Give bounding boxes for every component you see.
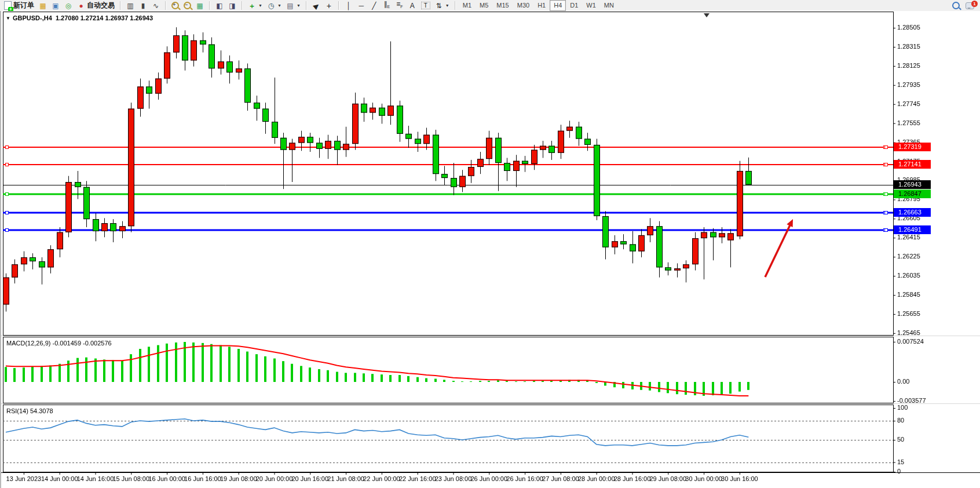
signals-button[interactable]: ◎ (62, 1, 75, 11)
arrows-icon: ⇅ (435, 2, 443, 10)
tile-windows-button[interactable]: ▦ (193, 1, 206, 11)
charts-profile-button[interactable]: ▦ (36, 1, 49, 11)
text-label-icon: T (421, 2, 430, 9)
cursor-button[interactable]: ▶ (310, 1, 323, 11)
indicators-button[interactable]: ▤▼ (284, 1, 303, 11)
mt4-application-window: { "toolbar": { "groups": [ {"items":[ {"… (0, 0, 980, 488)
cursor-icon: ▶ (310, 0, 322, 11)
vertical-line-button[interactable]: │ (342, 1, 355, 11)
toolbar-separator (120, 1, 121, 10)
new-chart-icon: ＋ (248, 2, 256, 10)
toolbar-separator (242, 1, 243, 10)
auto-scroll-button[interactable]: ◨ (226, 1, 239, 11)
macd-indicator-label: MACD(12,26,9) -0.001459 -0.002576 (6, 340, 112, 347)
trendline-button[interactable]: ╱ (368, 1, 381, 11)
toolbar-separator (338, 1, 339, 10)
text-label-button[interactable]: T (419, 1, 433, 11)
bar-chart-icon: ▥ (126, 2, 134, 10)
line-chart-icon: ∿ (152, 2, 160, 10)
dropdown-caret-icon: ▼ (297, 3, 301, 8)
price-chart-canvas[interactable] (1, 11, 980, 488)
dropdown-caret-icon: ▼ (277, 3, 281, 8)
channel-icon: ∥E (383, 0, 391, 11)
period-button[interactable]: ◷▼ (265, 1, 284, 11)
charts-profile-icon: ▦ (39, 2, 47, 10)
arrange-charts-button[interactable]: ◧ (213, 1, 226, 11)
zoom-out-icon: − (184, 2, 191, 9)
dropdown-caret-icon: ▼ (258, 3, 262, 8)
arrange-charts-icon: ◧ (215, 2, 224, 10)
timeframe-w1-button[interactable]: W1 (582, 0, 600, 11)
text-icon: A (408, 2, 416, 10)
zoom-in-icon: + (171, 2, 179, 9)
trendline-icon: ╱ (370, 2, 378, 10)
bar-chart-button[interactable]: ▥ (124, 1, 137, 11)
tile-windows-icon: ▦ (196, 2, 204, 10)
new-order-icon (4, 1, 12, 10)
timeframe-m1-button[interactable]: M1 (459, 0, 476, 11)
timeframe-m15-button[interactable]: M15 (492, 0, 513, 11)
search-icon[interactable] (952, 2, 960, 9)
timeframe-m30-button[interactable]: M30 (513, 0, 533, 11)
timeframe-d1-button[interactable]: D1 (566, 0, 582, 11)
timeframe-group: M1M5M15M30H1H4D1W1MN (457, 0, 620, 11)
main-toolbar: 新订单▦▣◎●自动交易▥▮∿+−▦◧◨＋▼◷▼▤▼▶+│─╱∥E≡FAT⇅▼M1… (0, 0, 980, 12)
zoom-out-button[interactable]: − (181, 1, 193, 11)
equidistant-channel-button[interactable]: ∥E (381, 1, 393, 11)
candlestick-chart-button[interactable]: ▮ (137, 1, 149, 11)
fibonacci-icon: ≡F (396, 0, 404, 11)
arrows-button[interactable]: ⇅▼ (433, 1, 452, 11)
toolbar-separator (165, 1, 166, 10)
timeframe-h4-button[interactable]: H4 (550, 0, 566, 11)
chart-menu-icon[interactable]: ▼ (6, 16, 10, 21)
auto-scroll-icon: ◨ (228, 2, 236, 10)
new-order-button-label: 新订单 (13, 1, 34, 10)
rsi-indicator-label: RSI(14) 54.3078 (6, 407, 53, 414)
indicators-icon: ▤ (286, 2, 294, 10)
chart-window-button[interactable]: ▣ (49, 1, 62, 11)
candlestick-icon: ▮ (139, 2, 147, 10)
horizontal-line-button[interactable]: ─ (355, 1, 368, 11)
chart-window: ▼GBPUSD-,H4 1.27080 1.27214 1.26937 1.26… (0, 11, 980, 488)
timeframe-mn-button[interactable]: MN (600, 0, 618, 11)
timeframe-h1-button[interactable]: H1 (533, 0, 550, 11)
line-chart-button[interactable]: ∿ (149, 1, 162, 11)
zoom-in-button[interactable]: + (169, 1, 181, 11)
new-order-button[interactable]: 新订单 (2, 1, 36, 11)
fibonacci-button[interactable]: ≡F (393, 1, 406, 11)
auto-trading-icon: ● (77, 2, 85, 10)
crosshair-button[interactable]: + (323, 1, 335, 11)
auto-trading-button-label: 自动交易 (87, 1, 115, 10)
notification-badge: 1 (971, 1, 978, 7)
symbol-ohlc-label[interactable]: ▼GBPUSD-,H4 1.27080 1.27214 1.26937 1.26… (6, 14, 153, 21)
auto-trading-button[interactable]: ●自动交易 (75, 1, 117, 11)
crosshair-icon: + (325, 2, 333, 10)
notifications-icon[interactable]: 1 (966, 2, 974, 9)
chart-window-icon: ▣ (52, 2, 60, 10)
signal-icon: ◎ (64, 2, 72, 10)
toolbar-separator (455, 1, 456, 10)
new-chart-button[interactable]: ＋▼ (246, 1, 265, 11)
timeframe-m5-button[interactable]: M5 (476, 0, 492, 11)
toolbar-separator (209, 1, 210, 10)
symbol-ohlc-text: GBPUSD-,H4 1.27080 1.27214 1.26937 1.269… (13, 14, 153, 21)
vertical-line-icon: │ (345, 2, 353, 10)
toolbar-separator (306, 1, 307, 10)
clock-icon: ◷ (267, 2, 275, 10)
text-button[interactable]: A (406, 1, 419, 11)
horizontal-line-icon: ─ (357, 2, 365, 10)
dropdown-caret-icon: ▼ (445, 3, 449, 8)
